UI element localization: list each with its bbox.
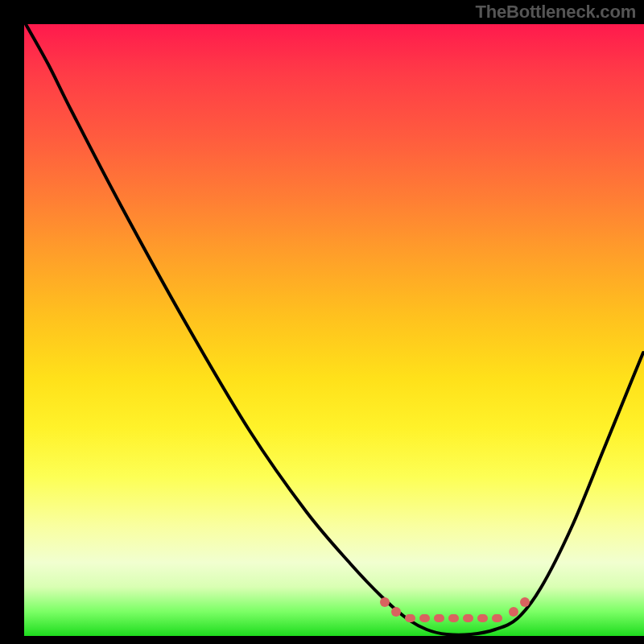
attribution-text: TheBottleneck.com — [475, 2, 636, 23]
bottleneck-curve-svg — [24, 24, 644, 636]
bottleneck-curve — [26, 24, 643, 635]
chart-stage: TheBottleneck.com — [0, 0, 644, 644]
optimal-band-dot — [520, 597, 530, 607]
optimal-band-dot — [391, 607, 401, 617]
optimal-band-dot — [509, 607, 518, 617]
plot-area — [24, 24, 644, 636]
optimal-band-dot — [380, 597, 390, 607]
